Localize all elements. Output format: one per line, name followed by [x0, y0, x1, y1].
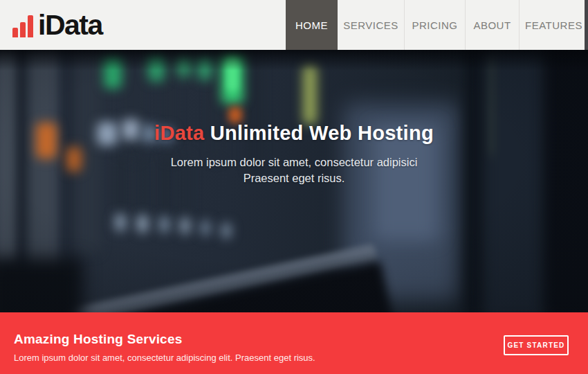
- hero-subtitle: Lorem ipsum dolor sit amet, consectetur …: [0, 154, 588, 186]
- bar-chart-icon: [12, 12, 33, 37]
- hero-subtitle-line1: Lorem ipsum dolor sit amet, consectetur …: [0, 154, 588, 170]
- main-nav: HOME SERVICES PRICING ABOUT FEATURES: [286, 0, 588, 50]
- browser-scrollbar[interactable]: [585, 0, 588, 50]
- site-header: iData HOME SERVICES PRICING ABOUT FEATUR…: [0, 0, 588, 50]
- hero-text-block: iData Unlimited Web Hosting Lorem ipsum …: [0, 122, 588, 186]
- get-started-button[interactable]: GET STARTED: [504, 335, 569, 355]
- hero-subtitle-line2: Praesent eget risus.: [0, 170, 588, 186]
- hero-title: iData Unlimited Web Hosting: [0, 122, 588, 145]
- brand-name: iData: [38, 11, 102, 39]
- brand-logo[interactable]: iData: [0, 0, 102, 50]
- cta-band: Amazing Hosting Services Lorem ipsum dol…: [0, 312, 588, 374]
- nav-item-features[interactable]: FEATURES: [519, 0, 588, 50]
- cta-heading: Amazing Hosting Services: [14, 332, 182, 347]
- cta-text: Lorem ipsum dolor sit amet, consectetur …: [14, 353, 315, 363]
- nav-item-about[interactable]: ABOUT: [465, 0, 519, 50]
- nav-item-pricing[interactable]: PRICING: [404, 0, 465, 50]
- hero-title-highlight: iData: [154, 122, 204, 144]
- hero-section: iData Unlimited Web Hosting Lorem ipsum …: [0, 50, 588, 312]
- hero-title-rest: Unlimited Web Hosting: [204, 122, 434, 144]
- nav-item-home[interactable]: HOME: [286, 0, 338, 50]
- nav-item-services[interactable]: SERVICES: [338, 0, 404, 50]
